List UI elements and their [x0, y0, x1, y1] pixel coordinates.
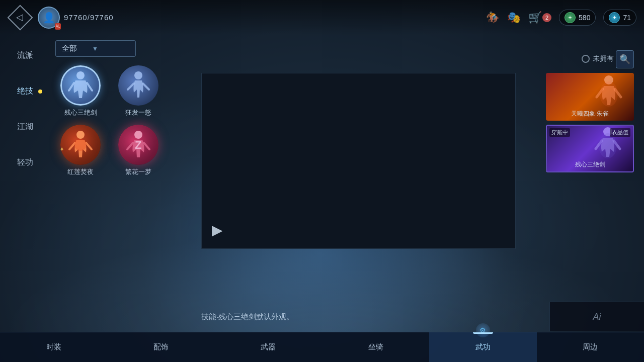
preview-area: ▶	[201, 73, 516, 249]
currency-icon-teal: +	[609, 12, 620, 23]
active-dot	[38, 89, 42, 94]
sparkle-icon: ✦	[59, 146, 64, 153]
ai-text: Ai	[593, 312, 601, 322]
left-sidebar: 流派 绝技 江湖 轻功	[0, 35, 50, 332]
nav-label-periphery: 周边	[583, 342, 598, 352]
svg-line-5	[143, 83, 149, 89]
skill-item-2[interactable]: 狂发一怒	[113, 65, 164, 117]
sidebar-item-jianghu[interactable]: 江湖	[17, 122, 33, 132]
skill-name-1: 残心三绝剑	[64, 108, 97, 117]
ai-watermark: Ai	[549, 302, 644, 331]
svg-point-21	[599, 133, 617, 158]
description-text: 技能·残心三绝剑默认外观。	[201, 312, 294, 322]
equipped-badge: 穿戴中	[549, 128, 570, 137]
filter-arrow-icon: ▼	[92, 45, 98, 52]
skill-icon-3	[60, 125, 101, 165]
nav-label-weapons: 武器	[261, 342, 276, 352]
currency-amount-1: 580	[579, 14, 590, 22]
currency-badge-2[interactable]: + 71	[603, 10, 636, 26]
unowned-filter[interactable]: 未拥有	[582, 54, 614, 63]
filter-bar: 全部 ▼	[55, 40, 136, 57]
unowned-radio[interactable]	[582, 55, 590, 63]
card2-label: 残心三绝剑	[549, 160, 630, 169]
currency-icon-green: +	[565, 12, 576, 23]
sidebar-item-liupai[interactable]: 流派	[17, 50, 33, 61]
filter-label: 全部	[62, 44, 77, 53]
svg-line-12	[144, 143, 149, 149]
hp-text: 97760/97760	[64, 13, 114, 22]
top-right-icons: 🏇 🎭 🛒 2 + 580 + 71	[486, 10, 636, 26]
skill-icon-2	[118, 65, 158, 106]
right-card-2[interactable]: 穿戴中 衣品值 残心三绝剑	[546, 125, 634, 172]
currency-amount-2: 71	[623, 14, 631, 22]
nav-label-martial: 武功	[475, 342, 491, 352]
unowned-label: 未拥有	[593, 54, 614, 63]
events-icon-group[interactable]: 🎭	[507, 11, 521, 24]
svg-line-1	[69, 83, 74, 90]
cart-icon: 🛒	[528, 11, 542, 24]
nav-item-martial[interactable]: ⚙ 武功	[429, 332, 536, 362]
tasks-icon-group[interactable]: 🏇	[486, 11, 500, 24]
nav-item-mount[interactable]: 坐骑	[322, 332, 429, 362]
search-icon: 🔍	[619, 54, 630, 65]
svg-line-8	[86, 143, 92, 149]
clothing-value-badge: 衣品值	[610, 128, 630, 137]
nav-label-mount: 坐骑	[368, 342, 383, 352]
play-button[interactable]: ▶	[212, 222, 223, 238]
svg-point-10	[134, 131, 142, 139]
sidebar-item-juji[interactable]: 绝技	[17, 86, 33, 97]
bottom-nav: 时装 配饰 武器 坐骑 ⚙ 武功 周边	[0, 332, 644, 362]
skill-item-4[interactable]: Z 繁花一梦	[113, 125, 164, 176]
skill-figure-4: Z	[126, 130, 151, 160]
skill-item-1[interactable]: 残心三绝剑	[55, 65, 106, 117]
svg-point-3	[134, 71, 142, 79]
right-panel: 天曦四象·朱雀 穿戴中 衣品值 残心三绝剑	[546, 73, 634, 172]
svg-point-9	[74, 139, 87, 151]
skill-name-4: 繁花一梦	[125, 167, 151, 176]
currency-badge-1[interactable]: + 580	[559, 10, 596, 26]
svg-point-0	[76, 71, 85, 79]
back-button[interactable]: ◁	[8, 5, 33, 30]
skill-figure-2	[126, 70, 151, 101]
skills-grid: 残心三绝剑 狂发一怒 红莲焚夜	[55, 65, 164, 176]
skill-figure-3	[68, 130, 93, 160]
skill-icon-4: Z	[118, 125, 158, 165]
svg-line-11	[127, 143, 133, 149]
filter-dropdown[interactable]: 全部 ▼	[55, 40, 136, 57]
selected-box	[60, 65, 101, 106]
active-nav-glow: ⚙	[476, 323, 490, 337]
svg-line-2	[87, 83, 92, 90]
player-info: 👤 礼 97760/97760	[38, 7, 114, 29]
svg-text:Z: Z	[135, 139, 141, 151]
svg-line-4	[128, 83, 134, 89]
svg-line-7	[69, 143, 75, 149]
nav-item-fashion[interactable]: 时装	[0, 332, 107, 362]
search-button[interactable]: 🔍	[616, 50, 634, 68]
cart-icon-group[interactable]: 🛒 2	[528, 11, 551, 24]
nav-item-periphery[interactable]: 周边	[537, 332, 644, 362]
avatar: 👤 礼	[38, 7, 60, 29]
cart-count-badge: 2	[542, 13, 551, 22]
nav-label-fashion: 时装	[46, 342, 61, 352]
svg-point-17	[600, 81, 618, 107]
nav-label-accessories: 配饰	[153, 342, 169, 352]
right-card-1[interactable]: 天曦四象·朱雀	[546, 73, 634, 121]
skill-figure-1	[68, 70, 93, 101]
skill-name-3: 红莲焚夜	[67, 167, 94, 176]
back-arrow-icon: ◁	[16, 12, 23, 23]
top-bar: ◁ 👤 礼 97760/97760 🏇 🎭 🛒 2 + 580	[0, 0, 644, 35]
sidebar-item-qinggong[interactable]: 轻功	[17, 157, 33, 168]
skill-icon-1	[60, 65, 101, 106]
card1-label: 天曦四象·朱雀	[548, 110, 631, 118]
svg-point-6	[76, 131, 85, 139]
gift-badge: 礼	[55, 23, 61, 30]
back-diamond-icon: ◁	[8, 5, 33, 31]
hp-bar-container: 97760/97760	[64, 13, 114, 22]
nav-item-accessories[interactable]: 配饰	[107, 332, 214, 362]
skill-name-2: 狂发一怒	[125, 108, 151, 117]
nav-item-weapons[interactable]: 武器	[215, 332, 322, 362]
